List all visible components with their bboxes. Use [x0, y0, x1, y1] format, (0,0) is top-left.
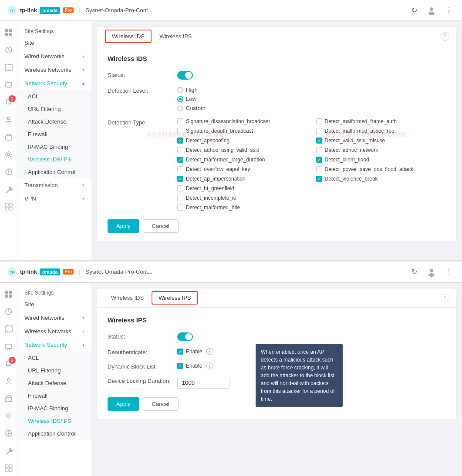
radio-low[interactable]: Low	[177, 96, 446, 102]
sidebar-icon-notifications[interactable]: 9	[1, 94, 17, 110]
cb-malformed-large[interactable]: ✓ Detect_malformed_large_duration	[177, 157, 307, 163]
help-icon-2[interactable]: ?	[441, 294, 449, 302]
sidebar-sub-firewall[interactable]: Firewall	[17, 128, 91, 141]
sidebar-icon-b-packages[interactable]	[1, 391, 17, 406]
sidebar-icon-dashboard[interactable]	[1, 25, 17, 40]
sidebar-sub-acl[interactable]: ACL	[17, 90, 91, 103]
cb-malformed-assoc[interactable]: Detect_malformed_assoc_req	[316, 128, 446, 134]
dynamic-block-checkbox[interactable]: ✓ Enable	[177, 363, 202, 369]
sidebar-sub-attack-defense[interactable]: Attack Defense	[17, 115, 91, 128]
user-button[interactable]	[425, 4, 438, 17]
sidebar-sub-b-acl[interactable]: ACL	[17, 352, 91, 364]
sidebar-sub-b-attack[interactable]: Attack Defense	[17, 377, 91, 389]
deauth-checkbox[interactable]: ✓ Enable	[177, 349, 202, 355]
sidebar-item-vpn[interactable]: VPN ▾	[17, 192, 91, 205]
sidebar-item-site[interactable]: Site	[17, 36, 91, 50]
svg-point-44	[7, 415, 10, 417]
cb-malformed-auth-box	[316, 118, 322, 124]
cb-sig-deauth[interactable]: Signature_deauth_broadcast	[177, 128, 307, 134]
device-lock-input[interactable]	[177, 377, 229, 389]
sidebar-icon-b-security[interactable]	[1, 426, 17, 441]
cb-valid-ssid[interactable]: ✓ Detect_valid_ssid_misuse	[316, 137, 446, 144]
sidebar-item-wireless-networks[interactable]: Wireless Networks ▾	[17, 63, 91, 77]
cb-ap-impersonation[interactable]: ✓ Detect_ap_impersonation	[177, 176, 307, 182]
more-button[interactable]: ⋮	[443, 4, 455, 17]
sidebar-icon-devices[interactable]	[1, 77, 17, 93]
user-button-bottom[interactable]	[425, 266, 438, 278]
sidebar-icon-wrench[interactable]	[1, 181, 17, 197]
sidebar-sub-ip-mac[interactable]: IP-MAC Binding	[17, 141, 91, 153]
tab-b-wireless-ips[interactable]: Wireless IPS	[152, 291, 198, 305]
ips-status-toggle[interactable]	[177, 332, 446, 341]
cb-adhoc-network[interactable]: Detect_adhoc_network	[316, 147, 446, 153]
tab-wireless-ids[interactable]: Wireless IDS	[105, 30, 152, 43]
sidebar-icon-stats[interactable]	[1, 42, 17, 58]
radio-custom[interactable]: Custom	[177, 105, 446, 111]
sidebar-item-transmission-label: Transmission	[24, 182, 58, 188]
sidebar-sub-url-filtering[interactable]: URL Filtering	[17, 103, 91, 115]
sidebar-icon-b-analytics[interactable]	[1, 460, 17, 476]
sidebar-item-site-label: Site	[24, 40, 34, 46]
sidebar-item-network-security[interactable]: Network Security ▴	[17, 77, 91, 90]
cb-detect-ap[interactable]: ✓ Detect_apspoofing	[177, 137, 307, 144]
sidebar-icon-settings[interactable]	[1, 147, 17, 162]
cb-malformed-auth[interactable]: Detect_malformed_frame_auth	[316, 118, 446, 124]
sidebar-icon-analytics[interactable]	[1, 199, 17, 215]
more-button-bottom[interactable]: ⋮	[443, 266, 455, 278]
apply-button-ids[interactable]: Apply	[108, 219, 139, 233]
cb-power-save[interactable]: Detect_power_save_dos_flood_attack	[316, 166, 446, 172]
dynamic-info-icon[interactable]: ℹ	[206, 362, 213, 369]
sidebar-icon-b-stats[interactable]	[1, 304, 17, 319]
sidebar-sub-b-ipmac[interactable]: IP-MAC Binding	[17, 402, 91, 415]
cb-incomplete-ie[interactable]: Detect_incomplete_ie	[177, 195, 307, 201]
cb-violence-break[interactable]: ✓ Detect_violence_break	[316, 176, 446, 182]
help-icon-1[interactable]: ?	[441, 32, 449, 41]
sidebar-icon-b-wrench[interactable]	[1, 443, 17, 459]
cb-overflow-eapol[interactable]: Detect_overflow_eapol_key	[177, 166, 307, 172]
radio-high[interactable]: High	[177, 87, 446, 93]
sidebar-sub-b-url[interactable]: URL Filtering	[17, 364, 91, 377]
sidebar-icon-b-notifications[interactable]: 9	[1, 356, 17, 372]
sidebar-item-wired-networks[interactable]: Wired Networks ▾	[17, 50, 91, 63]
sidebar-icon-packages[interactable]	[1, 129, 17, 145]
apply-button-ips[interactable]: Apply	[108, 397, 139, 411]
form-row-detection-type: Detection Type: Signature_disassociation…	[108, 118, 446, 211]
sidebar-icon-clients[interactable]	[1, 112, 17, 127]
sidebar-icon-b-dashboard[interactable]	[1, 286, 17, 302]
cb-malformed-htie[interactable]: Detect_malformed_htie	[177, 204, 307, 211]
sidebar-icon-security[interactable]	[1, 164, 17, 180]
sidebar-item-b-site[interactable]: Site	[17, 298, 91, 311]
sidebar-icon-b-clients[interactable]	[1, 373, 17, 389]
status-toggle[interactable]	[177, 71, 446, 80]
sidebar-icon-b-map[interactable]	[1, 321, 17, 337]
cb-client-flood[interactable]: ✓ Detect_client_flood	[316, 157, 446, 163]
refresh-button-bottom[interactable]: ↻	[408, 266, 420, 278]
cb-violence-box: ✓	[316, 176, 322, 182]
sidebar-item-b-network-security[interactable]: Network Security ▴	[17, 338, 91, 352]
svg-point-3	[428, 12, 435, 15]
sidebar-item-transmission[interactable]: Transmission ▾	[17, 178, 91, 192]
cb-sig-dis[interactable]: Signature_disassociation_broadcast	[177, 118, 307, 124]
sidebar-item-b-wired[interactable]: Wired Networks ▾	[17, 311, 91, 325]
sidebar-icon-b-devices[interactable]	[1, 339, 17, 354]
sidebar-sub-wireless-ids[interactable]: Wireless IDS/IPS	[17, 153, 91, 166]
sidebar-sub-b-wireless-ids[interactable]: Wireless IDS/IPS	[17, 415, 91, 427]
cb-ht-greenfield[interactable]: Detect_ht_greenfield	[177, 185, 307, 191]
sidebar-sub-b-firewall[interactable]: Firewall	[17, 389, 91, 402]
status-toggle-switch[interactable]	[177, 71, 193, 80]
tab-b-wireless-ids[interactable]: Wireless IDS	[104, 289, 151, 307]
deauth-info-icon[interactable]: ℹ	[206, 348, 213, 355]
sidebar-sub-app-control[interactable]: Application Control	[17, 166, 91, 178]
cancel-button-ips[interactable]: Cancel	[143, 397, 179, 411]
sidebar-item-b-wireless[interactable]: Wireless Networks ▾	[17, 325, 91, 338]
tab-wireless-ips[interactable]: Wireless IPS	[152, 28, 199, 46]
cb-adhoc-valid-box	[177, 147, 183, 153]
sidebar-icon-b-settings[interactable]	[1, 408, 17, 424]
sidebar-sub-b-app-control[interactable]: Application Control	[17, 427, 91, 440]
cb-adhoc-valid[interactable]: Detect_adhoc_using_valid_ssid	[177, 147, 307, 153]
radio-custom-circle	[177, 105, 183, 111]
sidebar-icon-map[interactable]	[1, 60, 17, 75]
cancel-button-ids[interactable]: Cancel	[143, 219, 179, 233]
refresh-button[interactable]: ↻	[408, 4, 420, 17]
ips-status-switch[interactable]	[177, 332, 193, 341]
